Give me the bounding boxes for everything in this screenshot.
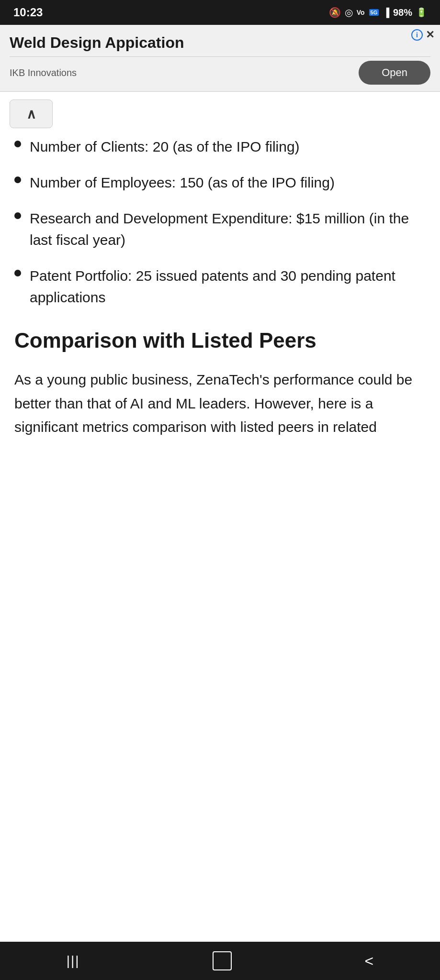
list-item-text: Number of Employees: 150 (as of the IPO … — [30, 172, 426, 193]
list-item-text: Number of Clients: 20 (as of the IPO fil… — [30, 136, 426, 157]
main-content: Number of Clients: 20 (as of the IPO fil… — [0, 136, 440, 477]
forward-button[interactable]: < — [350, 947, 388, 975]
home-button[interactable] — [198, 947, 246, 975]
ad-divider — [10, 56, 430, 57]
bullet-dot — [14, 270, 21, 276]
battery-icon: 🔋 — [416, 7, 427, 18]
bullet-dot — [14, 212, 21, 219]
section-heading: Comparison with Listed Peers — [14, 327, 426, 353]
ad-banner: i ✕ Weld Design Appication IKB Innovatio… — [0, 25, 440, 92]
status-time: 10:23 — [13, 6, 43, 19]
list-item: Number of Clients: 20 (as of the IPO fil… — [14, 136, 426, 157]
bottom-nav: ||| < — [0, 942, 440, 980]
list-item-text: Patent Portfolio: 25 issued patents and … — [30, 265, 426, 308]
ad-title: Weld Design Appication — [10, 33, 430, 52]
list-item: Research and Development Expenditure: $1… — [14, 208, 426, 251]
collapse-button[interactable]: ∧ — [10, 99, 53, 128]
5g-badge: 5G — [369, 9, 379, 16]
ad-open-button[interactable]: Open — [359, 61, 430, 85]
ad-company: IKB Innovations — [10, 67, 77, 78]
status-bar: 10:23 🔕 ◎ Vo 5G ▐ 98% 🔋 — [0, 0, 440, 25]
status-icons: 🔕 ◎ Vo 5G ▐ 98% 🔋 — [329, 7, 427, 18]
battery-label: 98% — [393, 7, 412, 18]
bullet-dot — [14, 141, 21, 147]
body-text: As a young public business, ZenaTech's p… — [14, 368, 426, 439]
signal-icon: ▐ — [383, 8, 389, 18]
back-icon: ||| — [67, 953, 80, 969]
bullet-dot — [14, 176, 21, 183]
ad-footer: IKB Innovations Open — [10, 61, 430, 85]
mute-icon: 🔕 — [329, 7, 341, 18]
back-button[interactable]: ||| — [52, 948, 94, 973]
bullet-list: Number of Clients: 20 (as of the IPO fil… — [14, 136, 426, 308]
list-item: Number of Employees: 150 (as of the IPO … — [14, 172, 426, 193]
home-icon — [213, 951, 232, 970]
ad-top-controls: i ✕ — [411, 29, 434, 41]
chevron-up-icon: ∧ — [26, 106, 36, 122]
ad-close-icon[interactable]: ✕ — [426, 29, 434, 41]
wifi-icon: ◎ — [345, 7, 353, 18]
list-item: Patent Portfolio: 25 issued patents and … — [14, 265, 426, 308]
forward-icon: < — [365, 952, 374, 970]
volte-icon: Vo — [357, 9, 365, 16]
list-item-text: Research and Development Expenditure: $1… — [30, 208, 426, 251]
ad-info-icon[interactable]: i — [411, 29, 423, 41]
